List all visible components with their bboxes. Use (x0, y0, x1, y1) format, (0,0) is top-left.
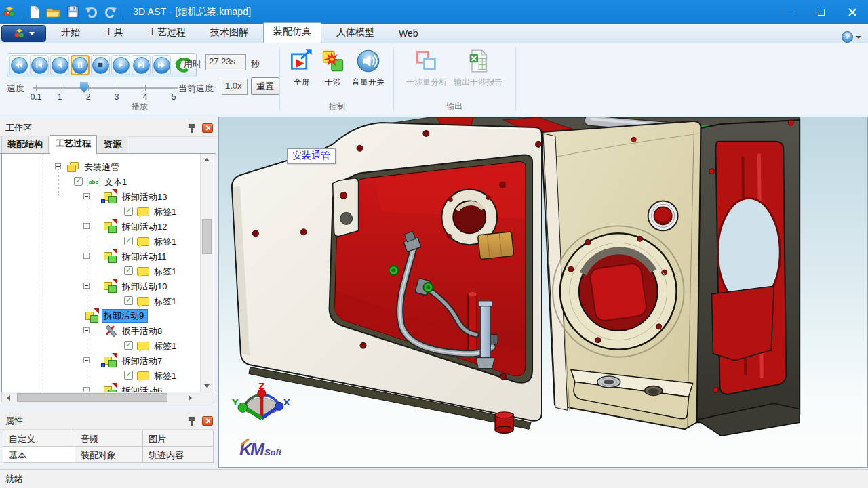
tree-item[interactable]: 安装通管 (2, 159, 214, 174)
fullscreen-button[interactable]: 全屏 (290, 43, 314, 88)
elapsed-value-box[interactable]: 27.23s (205, 54, 246, 70)
prop-tab-track-content[interactable]: 轨迹内容 (143, 447, 214, 463)
scroll-left-button[interactable] (2, 392, 14, 403)
skip-to-start-button[interactable] (30, 55, 49, 75)
prop-tab-assembly-object[interactable]: 装配对象 (75, 447, 143, 463)
workspace-panel-title: 工作区 (5, 122, 187, 134)
collapse-expander-icon[interactable] (83, 223, 90, 229)
fast-forward-button[interactable] (152, 55, 171, 75)
reset-button[interactable]: 重置 (251, 77, 279, 95)
tab-assembly-structure[interactable]: 装配结构 (1, 136, 49, 153)
tab-jishutujie[interactable]: 技术图解 (201, 24, 258, 43)
3d-viewport[interactable]: Z X Y 安装通管 KMSoft (218, 117, 868, 468)
tree-item-selected[interactable]: 拆卸活动9 (2, 308, 214, 323)
checkbox-checked-icon[interactable] (124, 341, 133, 350)
tree-item[interactable]: 扳手活动8 (2, 323, 214, 338)
tree-item[interactable]: 拆卸活动12 (2, 219, 214, 234)
tab-rentimoxing[interactable]: 人体模型 (327, 24, 384, 43)
tree-item[interactable]: 标签1 (2, 264, 214, 279)
checkbox-checked-icon[interactable] (124, 207, 133, 216)
prop-tab-image[interactable]: 图片 (143, 430, 214, 447)
rewind-button[interactable] (9, 55, 28, 75)
skip-to-end-button[interactable] (132, 55, 151, 75)
playback-button-strip (7, 53, 197, 77)
scrollbar-thumb[interactable] (202, 219, 212, 254)
checkbox-checked-icon[interactable] (74, 177, 83, 186)
save-button[interactable] (64, 4, 81, 20)
interference-button[interactable]: 干涉 (321, 43, 345, 88)
checkbox-checked-icon[interactable] (124, 266, 133, 275)
tree-item[interactable]: 拆卸活动10 (2, 279, 214, 293)
help-icon[interactable]: ? (842, 31, 853, 43)
collapse-expander-icon[interactable] (83, 387, 90, 392)
new-document-button[interactable] (26, 4, 43, 20)
horizontal-scrollbar[interactable] (1, 392, 214, 403)
tab-zhuangpeifangzhen[interactable]: 装配仿真 (263, 22, 321, 43)
close-panel-button[interactable] (202, 416, 213, 426)
app-menu-button[interactable] (1, 25, 46, 42)
collapse-expander-icon[interactable] (83, 357, 90, 363)
export-interference-report-button[interactable]: 输出干涉报告 (454, 43, 502, 88)
scrollbar-thumb[interactable] (17, 393, 167, 402)
tab-resources[interactable]: 资源 (98, 136, 127, 153)
logo-soft-text: Soft (264, 447, 281, 458)
pin-icon[interactable] (187, 415, 197, 426)
volume-toggle-button[interactable]: 音量开关 (352, 43, 384, 88)
checkbox-checked-icon[interactable] (124, 237, 133, 245)
elapsed-label: 用时 (184, 58, 201, 70)
scroll-right-button[interactable] (184, 392, 196, 403)
step-back-button[interactable] (50, 55, 69, 75)
vertical-scrollbar[interactable] (200, 154, 213, 392)
stop-button[interactable] (91, 55, 110, 75)
tree-item-label: 拆卸活动6 (122, 385, 162, 392)
tree-item[interactable]: 文本1 (2, 174, 214, 189)
tree-item[interactable]: 标签1 (2, 338, 214, 353)
play-button[interactable] (111, 55, 130, 75)
scroll-up-button[interactable] (201, 154, 213, 165)
speed-slider-thumb[interactable] (80, 82, 88, 93)
tree-item[interactable]: 标签1 (2, 234, 214, 249)
close-panel-button[interactable] (202, 123, 213, 133)
redo-button[interactable] (102, 4, 119, 20)
collapse-expander-icon[interactable] (83, 327, 90, 333)
undo-button[interactable] (83, 4, 100, 20)
prop-tab-audio[interactable]: 音频 (75, 430, 143, 447)
close-button[interactable] (837, 0, 868, 24)
pause-button[interactable] (71, 55, 90, 75)
tree-item[interactable]: 拆卸活动11 (2, 249, 214, 264)
prop-tab-custom[interactable]: 自定义 (3, 430, 75, 447)
tree-item[interactable]: 拆卸活动6 (2, 383, 214, 392)
group-label-control: 控制 (282, 101, 392, 113)
chevron-down-icon[interactable] (856, 36, 861, 39)
tree-item[interactable]: 拆卸活动13 (2, 189, 214, 204)
export-report-icon (466, 49, 490, 73)
interference-analysis-button[interactable]: 干涉量分析 (406, 43, 447, 88)
maximize-button[interactable] (806, 0, 837, 24)
collapse-expander-icon[interactable] (55, 163, 61, 169)
tab-kaishi[interactable]: 开始 (52, 24, 90, 43)
checkbox-checked-icon[interactable] (124, 296, 133, 305)
logo-km-text: KM (239, 440, 263, 459)
tree-item-label: 标签1 (154, 296, 176, 308)
prop-tab-basic[interactable]: 基本 (3, 447, 75, 463)
tree-item[interactable]: 标签1 (2, 293, 214, 308)
tab-process[interactable]: 工艺过程 (50, 135, 97, 154)
collapse-expander-icon[interactable] (83, 253, 90, 259)
label-bubble-icon (137, 237, 149, 247)
tree-item[interactable]: 标签1 (2, 368, 214, 383)
tab-web[interactable]: Web (389, 25, 428, 43)
tab-gongju[interactable]: 工具 (95, 24, 133, 43)
scroll-down-button[interactable] (201, 380, 213, 392)
label-bubble-icon (137, 297, 149, 306)
checkbox-checked-icon[interactable] (124, 371, 133, 380)
collapse-expander-icon[interactable] (83, 283, 90, 289)
pin-icon[interactable] (187, 123, 197, 134)
tree-item[interactable]: 拆卸活动7 (2, 353, 214, 368)
collapse-expander-icon[interactable] (83, 193, 90, 199)
tab-gongyiguocheng[interactable]: 工艺过程 (138, 24, 195, 43)
tree-item[interactable]: 标签1 (2, 204, 214, 219)
open-file-button[interactable] (45, 4, 62, 20)
current-speed-value-box[interactable]: 1.0x (222, 79, 248, 95)
speed-slider-track[interactable] (33, 87, 178, 89)
minimize-button[interactable] (774, 0, 806, 24)
